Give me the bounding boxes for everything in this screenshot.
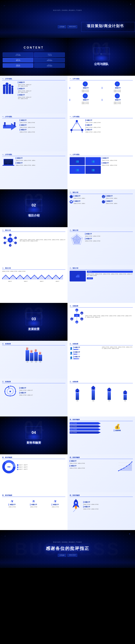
team-b-role2: 标题文字	[102, 87, 133, 89]
svg-rect-101	[108, 390, 110, 392]
project-c-slide: 二、项目介绍	[68, 227, 135, 265]
section-03-slide: 03 发展前景 03	[0, 303, 68, 341]
team-b-role3: 标题文字	[70, 99, 101, 101]
svg-text:✱: ✱	[5, 238, 5, 238]
svg-marker-86	[8, 386, 10, 388]
dev-d-label1: 标题文字	[19, 387, 65, 389]
team-c-text1: 这里输入文字内容，这里输入文字内容	[20, 122, 65, 124]
finance-a-total: 总融资额	[114, 430, 121, 432]
team-e-label2: 标题文字	[16, 162, 65, 164]
team-c-label2: 标题文字	[20, 124, 65, 126]
project-c-text1: 这里输入文字内容，这里输入文字内容	[85, 236, 133, 237]
finance-d-text1: 这里输入文字内容	[9, 506, 16, 508]
svg-line-14	[71, 121, 77, 130]
team-f-title: 一、公司与团队	[70, 154, 133, 156]
svg-rect-11	[4, 124, 6, 126]
svg-text:✱: ✱	[10, 235, 11, 236]
svg-point-92	[4, 391, 5, 392]
team-c-title: 一、公司与团队	[2, 116, 65, 118]
dev-d-text2: 这里输入文字内容，这里输入文字	[19, 394, 65, 396]
content-item-1: PART 01 公司与团队	[3, 52, 33, 57]
svg-point-66	[45, 278, 46, 279]
project-b-title: 二、项目介绍	[2, 229, 65, 232]
content-item-6: PART 06 财务和融资	[34, 63, 65, 68]
svg-rect-24	[4, 160, 13, 164]
team-a-text2: 这里输入文字内容，这里输入文字内容，这里输入文字内容	[18, 90, 65, 93]
dev-a-title: 三、发展前景	[70, 305, 133, 308]
team-d-label1: 标题文字	[85, 119, 133, 121]
svg-rect-104	[124, 393, 126, 394]
date-label: 201X.10.10	[68, 25, 77, 28]
svg-point-17	[76, 120, 78, 122]
team-slide-d: 一、公司与团队	[68, 114, 135, 152]
project-e-badge2: 标题文字	[87, 277, 93, 279]
svg-line-85	[73, 317, 74, 318]
team-b-desc3: 这里输入文字内容这里输入文字内容	[70, 102, 101, 104]
project-c-label1: 标题文字	[85, 233, 133, 235]
svg-point-10	[4, 122, 6, 124]
row-5: 一、公司与团队 ♥ 标题文字	[0, 152, 135, 189]
finance-d-plane2: ✈	[31, 498, 36, 504]
finance-a-row4: 输入文字内容	[70, 431, 101, 434]
row-10: 三、发展前景 ⛽ 标题 ⛽ 标题 ⛽ 标题 ⛽ 标题	[0, 341, 135, 378]
finance-e-text2: 这里输入文字内容，这里输入文字内容	[83, 508, 133, 510]
dev-a-slide: 三、发展前景 标题 01 02 03 04 05	[68, 303, 135, 341]
finance-c-text1: 这里输入文字内容，这里输入文字内容	[70, 463, 116, 464]
finance-e-rocket	[70, 498, 82, 512]
svg-marker-114	[118, 462, 132, 471]
svg-line-83	[79, 317, 80, 318]
section-04-label: 财务和融资	[27, 441, 41, 445]
svg-line-46	[13, 241, 14, 242]
finance-a-title: 四、财务和融资	[70, 418, 133, 421]
project-d-slide: 二、项目介绍 这里输入文字内容，这里输入文字内容，这里输入文字内容 标题文字 标…	[0, 265, 68, 303]
svg-line-82	[79, 314, 80, 314]
dev-c-label3: 标题文字	[73, 356, 80, 358]
dev-b-slide: 三、发展前景 ⛽ 标题 ⛽ 标题 ⛽ 标题 ⛽ 标题	[0, 341, 68, 378]
dev-d-slide: 三、发展前景	[0, 378, 68, 416]
dev-c-label1: 标题文字	[73, 346, 80, 348]
team-slide-e: 一、公司与团队 ♥ 标题文字	[0, 152, 68, 189]
svg-line-48	[6, 241, 8, 242]
svg-rect-95	[77, 391, 78, 392]
team-silhouette	[2, 82, 17, 96]
svg-marker-94	[75, 388, 79, 390]
svg-point-89	[10, 386, 11, 387]
section-01-label: 公司与团队	[94, 62, 108, 66]
finance-c-slide: 四、财务和融资 标题文字 这里输入文字内容，这里输入文字内容 标题文字 这里输入…	[68, 454, 135, 492]
dev-a-desc: 这里输入文字内容，这里输入文字内容，这里输入文字内容，这里输入文字内容，这里输入…	[85, 315, 133, 318]
team-b-desc1: 这里输入文字内容这里输入文字内容	[70, 90, 101, 92]
svg-text:✱: ✱	[15, 238, 16, 238]
svg-marker-100	[107, 388, 111, 389]
project-d-title: 二、项目介绍	[2, 267, 65, 270]
proj-a-label1: 标题文字	[74, 195, 85, 197]
team-c-label1: 标题文字	[20, 119, 65, 121]
finance-a-slide: 四、财务和融资 输入文字内容 输入文字内容 输入文字内容 输入文字内容 💰 总融…	[68, 416, 135, 454]
team-e-text2: 这里输入文字内容，这里输入文字内容，这里输入	[16, 165, 65, 166]
row-12: 04 财务和融资 04 四、财务和融资 输入文字内容 输入文字内容 输入文字内容…	[0, 416, 135, 454]
project-e-desc: 这里输入文字内容，这里输入文字内容，这里输入文字内容，这里输入文字内容，这里输入…	[87, 274, 133, 276]
section-01-slide: 01 01 公司与团队 01	[68, 38, 135, 76]
team-b-role1: 标题文字	[70, 87, 101, 89]
row-11: 三、发展前景	[0, 378, 135, 416]
project-a-title: 二、项目介绍	[70, 192, 133, 194]
project-d-item1: 标题文字	[8, 281, 12, 282]
svg-point-91	[10, 396, 11, 396]
svg-point-115	[118, 470, 119, 471]
team-e-title: 一、公司与团队	[2, 154, 65, 156]
proj-a-text1: 这里输入文字内容，这里输入	[74, 198, 85, 199]
finance-d-slide: 四、财务和融资 ✈ 标题文字 这里输入文字内容 ✈ 标题文字 这里输入文字内容 …	[0, 492, 68, 530]
svg-point-119	[129, 464, 130, 465]
main-title: 项目策划/商业计划书	[87, 24, 129, 28]
finance-d-plane1: ✈	[10, 498, 15, 504]
project-b-slide: 二、项目介绍 ⚙ ✱ ✱ ✱ ✱ ✱	[0, 227, 68, 265]
team-a-label1: 标题文字	[18, 82, 65, 84]
team-d-triangle	[70, 119, 84, 134]
svg-point-61	[9, 278, 10, 279]
svg-point-65	[37, 278, 39, 279]
dev-c-desc: 这里输入文字内容，这里输入文字内容，这里输入文字内容，这里输入文字内容，这里输入…	[102, 346, 133, 349]
dev-b-title: 三、发展前景	[2, 343, 65, 346]
svg-point-12	[14, 122, 16, 124]
team-b-desc4: 这里输入文字内容这里输入文字内容	[102, 102, 133, 104]
finance-e-label2: 标题文字	[83, 506, 133, 508]
finance-d-title: 四、财务和融资	[2, 494, 65, 497]
